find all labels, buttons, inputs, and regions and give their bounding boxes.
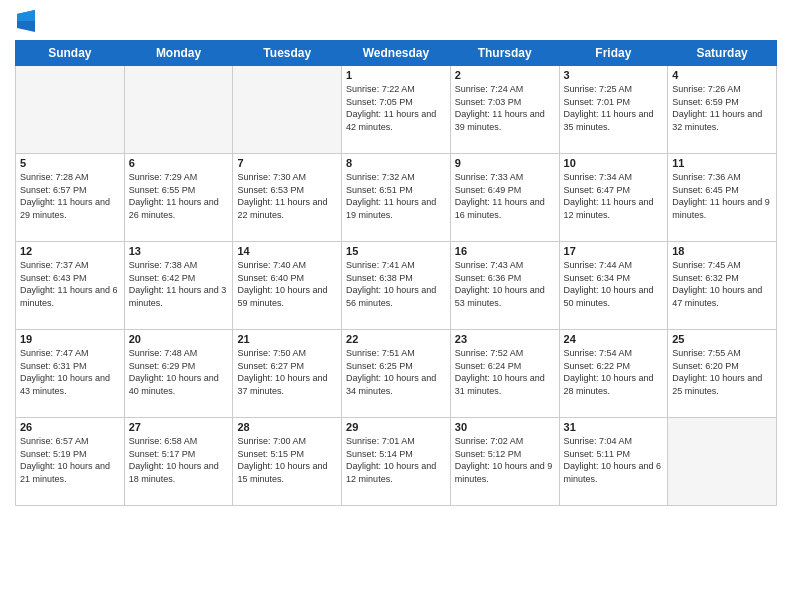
calendar-cell xyxy=(233,66,342,154)
day-info: Sunrise: 7:00 AMSunset: 5:15 PMDaylight:… xyxy=(237,435,337,485)
calendar-cell: 16Sunrise: 7:43 AMSunset: 6:36 PMDayligh… xyxy=(450,242,559,330)
day-info: Sunrise: 7:22 AMSunset: 7:05 PMDaylight:… xyxy=(346,83,446,133)
calendar-cell: 7Sunrise: 7:30 AMSunset: 6:53 PMDaylight… xyxy=(233,154,342,242)
calendar-cell: 22Sunrise: 7:51 AMSunset: 6:25 PMDayligh… xyxy=(342,330,451,418)
calendar-week-3: 19Sunrise: 7:47 AMSunset: 6:31 PMDayligh… xyxy=(16,330,777,418)
svg-marker-1 xyxy=(17,10,35,21)
day-number: 16 xyxy=(455,245,555,257)
calendar-cell: 1Sunrise: 7:22 AMSunset: 7:05 PMDaylight… xyxy=(342,66,451,154)
day-number: 17 xyxy=(564,245,664,257)
calendar-cell: 15Sunrise: 7:41 AMSunset: 6:38 PMDayligh… xyxy=(342,242,451,330)
day-info: Sunrise: 7:32 AMSunset: 6:51 PMDaylight:… xyxy=(346,171,446,221)
calendar-cell: 9Sunrise: 7:33 AMSunset: 6:49 PMDaylight… xyxy=(450,154,559,242)
calendar-cell: 23Sunrise: 7:52 AMSunset: 6:24 PMDayligh… xyxy=(450,330,559,418)
day-info: Sunrise: 7:33 AMSunset: 6:49 PMDaylight:… xyxy=(455,171,555,221)
logo-icon xyxy=(17,10,35,32)
day-info: Sunrise: 7:01 AMSunset: 5:14 PMDaylight:… xyxy=(346,435,446,485)
calendar-week-1: 5Sunrise: 7:28 AMSunset: 6:57 PMDaylight… xyxy=(16,154,777,242)
calendar-cell: 2Sunrise: 7:24 AMSunset: 7:03 PMDaylight… xyxy=(450,66,559,154)
day-number: 26 xyxy=(20,421,120,433)
day-number: 5 xyxy=(20,157,120,169)
logo xyxy=(15,10,35,32)
day-number: 21 xyxy=(237,333,337,345)
day-header-friday: Friday xyxy=(559,41,668,66)
day-info: Sunrise: 7:50 AMSunset: 6:27 PMDaylight:… xyxy=(237,347,337,397)
day-info: Sunrise: 7:48 AMSunset: 6:29 PMDaylight:… xyxy=(129,347,229,397)
calendar-cell: 12Sunrise: 7:37 AMSunset: 6:43 PMDayligh… xyxy=(16,242,125,330)
day-number: 12 xyxy=(20,245,120,257)
calendar-cell: 26Sunrise: 6:57 AMSunset: 5:19 PMDayligh… xyxy=(16,418,125,506)
day-info: Sunrise: 7:55 AMSunset: 6:20 PMDaylight:… xyxy=(672,347,772,397)
day-number: 9 xyxy=(455,157,555,169)
day-number: 18 xyxy=(672,245,772,257)
day-info: Sunrise: 7:30 AMSunset: 6:53 PMDaylight:… xyxy=(237,171,337,221)
day-info: Sunrise: 6:57 AMSunset: 5:19 PMDaylight:… xyxy=(20,435,120,485)
header xyxy=(15,10,777,32)
calendar-cell xyxy=(16,66,125,154)
day-number: 8 xyxy=(346,157,446,169)
calendar-week-4: 26Sunrise: 6:57 AMSunset: 5:19 PMDayligh… xyxy=(16,418,777,506)
calendar-cell: 21Sunrise: 7:50 AMSunset: 6:27 PMDayligh… xyxy=(233,330,342,418)
day-number: 25 xyxy=(672,333,772,345)
calendar-cell: 8Sunrise: 7:32 AMSunset: 6:51 PMDaylight… xyxy=(342,154,451,242)
day-info: Sunrise: 7:54 AMSunset: 6:22 PMDaylight:… xyxy=(564,347,664,397)
calendar-cell: 17Sunrise: 7:44 AMSunset: 6:34 PMDayligh… xyxy=(559,242,668,330)
calendar-cell: 24Sunrise: 7:54 AMSunset: 6:22 PMDayligh… xyxy=(559,330,668,418)
day-info: Sunrise: 7:28 AMSunset: 6:57 PMDaylight:… xyxy=(20,171,120,221)
day-info: Sunrise: 7:36 AMSunset: 6:45 PMDaylight:… xyxy=(672,171,772,221)
day-header-thursday: Thursday xyxy=(450,41,559,66)
day-header-saturday: Saturday xyxy=(668,41,777,66)
calendar-week-2: 12Sunrise: 7:37 AMSunset: 6:43 PMDayligh… xyxy=(16,242,777,330)
calendar-table: SundayMondayTuesdayWednesdayThursdayFrid… xyxy=(15,40,777,506)
day-info: Sunrise: 7:45 AMSunset: 6:32 PMDaylight:… xyxy=(672,259,772,309)
day-number: 13 xyxy=(129,245,229,257)
day-info: Sunrise: 7:38 AMSunset: 6:42 PMDaylight:… xyxy=(129,259,229,309)
day-info: Sunrise: 7:41 AMSunset: 6:38 PMDaylight:… xyxy=(346,259,446,309)
day-info: Sunrise: 7:40 AMSunset: 6:40 PMDaylight:… xyxy=(237,259,337,309)
calendar-cell: 11Sunrise: 7:36 AMSunset: 6:45 PMDayligh… xyxy=(668,154,777,242)
day-number: 10 xyxy=(564,157,664,169)
calendar-week-0: 1Sunrise: 7:22 AMSunset: 7:05 PMDaylight… xyxy=(16,66,777,154)
day-number: 11 xyxy=(672,157,772,169)
calendar-cell: 18Sunrise: 7:45 AMSunset: 6:32 PMDayligh… xyxy=(668,242,777,330)
day-header-monday: Monday xyxy=(124,41,233,66)
day-info: Sunrise: 7:34 AMSunset: 6:47 PMDaylight:… xyxy=(564,171,664,221)
day-info: Sunrise: 7:52 AMSunset: 6:24 PMDaylight:… xyxy=(455,347,555,397)
day-info: Sunrise: 7:24 AMSunset: 7:03 PMDaylight:… xyxy=(455,83,555,133)
page: SundayMondayTuesdayWednesdayThursdayFrid… xyxy=(0,0,792,612)
day-info: Sunrise: 7:02 AMSunset: 5:12 PMDaylight:… xyxy=(455,435,555,485)
calendar-cell: 13Sunrise: 7:38 AMSunset: 6:42 PMDayligh… xyxy=(124,242,233,330)
calendar-cell: 31Sunrise: 7:04 AMSunset: 5:11 PMDayligh… xyxy=(559,418,668,506)
calendar-cell: 6Sunrise: 7:29 AMSunset: 6:55 PMDaylight… xyxy=(124,154,233,242)
day-number: 20 xyxy=(129,333,229,345)
day-number: 30 xyxy=(455,421,555,433)
day-info: Sunrise: 6:58 AMSunset: 5:17 PMDaylight:… xyxy=(129,435,229,485)
day-info: Sunrise: 7:37 AMSunset: 6:43 PMDaylight:… xyxy=(20,259,120,309)
day-number: 3 xyxy=(564,69,664,81)
calendar-cell: 25Sunrise: 7:55 AMSunset: 6:20 PMDayligh… xyxy=(668,330,777,418)
day-number: 23 xyxy=(455,333,555,345)
day-info: Sunrise: 7:51 AMSunset: 6:25 PMDaylight:… xyxy=(346,347,446,397)
day-number: 7 xyxy=(237,157,337,169)
day-number: 1 xyxy=(346,69,446,81)
day-header-tuesday: Tuesday xyxy=(233,41,342,66)
day-number: 15 xyxy=(346,245,446,257)
day-info: Sunrise: 7:26 AMSunset: 6:59 PMDaylight:… xyxy=(672,83,772,133)
day-number: 14 xyxy=(237,245,337,257)
day-number: 22 xyxy=(346,333,446,345)
day-number: 31 xyxy=(564,421,664,433)
day-number: 19 xyxy=(20,333,120,345)
calendar-cell: 4Sunrise: 7:26 AMSunset: 6:59 PMDaylight… xyxy=(668,66,777,154)
day-number: 24 xyxy=(564,333,664,345)
day-number: 29 xyxy=(346,421,446,433)
calendar-cell: 14Sunrise: 7:40 AMSunset: 6:40 PMDayligh… xyxy=(233,242,342,330)
calendar-header-row: SundayMondayTuesdayWednesdayThursdayFrid… xyxy=(16,41,777,66)
day-number: 2 xyxy=(455,69,555,81)
calendar-cell xyxy=(668,418,777,506)
day-number: 6 xyxy=(129,157,229,169)
calendar-cell: 10Sunrise: 7:34 AMSunset: 6:47 PMDayligh… xyxy=(559,154,668,242)
day-info: Sunrise: 7:47 AMSunset: 6:31 PMDaylight:… xyxy=(20,347,120,397)
day-header-wednesday: Wednesday xyxy=(342,41,451,66)
day-info: Sunrise: 7:43 AMSunset: 6:36 PMDaylight:… xyxy=(455,259,555,309)
day-info: Sunrise: 7:44 AMSunset: 6:34 PMDaylight:… xyxy=(564,259,664,309)
